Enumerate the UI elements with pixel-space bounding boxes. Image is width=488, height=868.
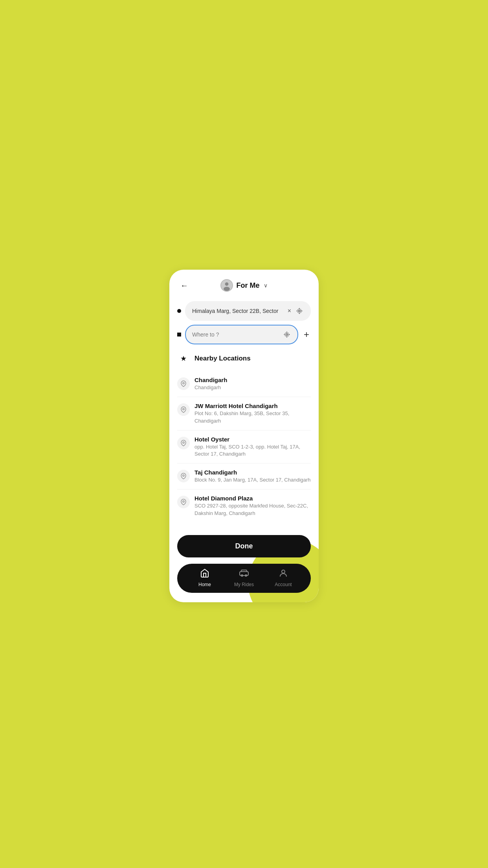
pin-icon (177, 496, 190, 508)
list-item[interactable]: Taj Chandigarh Block No. 9, Jan Marg, 17… (177, 463, 311, 489)
location-info: Hotel Oyster opp. Hotel Taj, SCO 1-2-3, … (194, 436, 311, 458)
svg-point-8 (183, 408, 184, 410)
phone-wrapper: ← For Me ∨ (161, 258, 327, 610)
to-input[interactable] (192, 331, 283, 338)
location-address: SCO 2927-28, opposite Markfed House, Sec… (194, 502, 311, 517)
svg-point-4 (297, 309, 302, 313)
app-card: ← For Me ∨ (169, 270, 319, 602)
nav-account[interactable]: Account (264, 568, 303, 587)
location-address: Plot No: 6, Dakshin Marg, 35B, Sector 35… (194, 410, 311, 424)
avatar (220, 279, 233, 292)
to-input-icons (283, 330, 291, 339)
nav-my-rides[interactable]: My Rides (224, 568, 264, 587)
header-title: For Me (236, 281, 259, 290)
to-square-icon (177, 333, 181, 337)
header: ← For Me ∨ (177, 279, 311, 292)
location-address: opp. Hotel Taj, SCO 1-2-3, opp. Hotel Ta… (194, 443, 311, 458)
pin-icon (177, 470, 190, 482)
clear-from-button[interactable]: × (287, 307, 292, 315)
to-input-row: + (177, 325, 311, 344)
chevron-down-icon[interactable]: ∨ (264, 282, 268, 289)
location-info: Hotel Diamond Plaza SCO 2927-28, opposit… (194, 495, 311, 517)
add-stop-button[interactable]: + (302, 329, 311, 340)
svg-point-9 (183, 441, 184, 443)
location-name: Chandigarh (194, 377, 311, 383)
nearby-section-header: ★ Nearby Locations (177, 352, 311, 365)
svg-point-15 (282, 570, 285, 573)
from-input[interactable] (192, 308, 287, 314)
svg-point-1 (225, 282, 229, 286)
account-icon (279, 568, 288, 580)
card-content: ← For Me ∨ (177, 279, 311, 593)
svg-point-5 (286, 334, 288, 336)
location-info: Taj Chandigarh Block No. 9, Jan Marg, 17… (194, 469, 311, 484)
from-dot-icon (177, 309, 181, 313)
home-icon (200, 568, 209, 580)
location-name: Hotel Oyster (194, 436, 311, 443)
from-input-row: × (177, 301, 311, 321)
nav-account-label: Account (275, 582, 292, 587)
list-item[interactable]: Chandigarh Chandigarh (177, 371, 311, 397)
done-button[interactable]: Done (177, 535, 311, 557)
nav-my-rides-label: My Rides (234, 582, 254, 587)
location-address: Block No. 9, Jan Marg, 17A, Sector 17, C… (194, 476, 311, 484)
svg-point-7 (183, 383, 184, 384)
from-field: × (185, 301, 311, 321)
inputs-section: × (177, 301, 311, 344)
back-button[interactable]: ← (177, 280, 191, 292)
location-name: Taj Chandigarh (194, 469, 311, 476)
location-name: Hotel Diamond Plaza (194, 495, 311, 502)
location-info: Chandigarh Chandigarh (194, 377, 311, 391)
nearby-section-title: Nearby Locations (194, 355, 251, 362)
location-name: JW Marriott Hotel Chandigarh (194, 403, 311, 409)
svg-point-11 (183, 501, 184, 502)
nav-home[interactable]: Home (185, 568, 224, 587)
to-field (185, 325, 298, 344)
svg-point-2 (224, 287, 230, 291)
done-btn-wrapper: Done (177, 535, 311, 557)
location-info: JW Marriott Hotel Chandigarh Plot No: 6,… (194, 403, 311, 424)
location-to-button[interactable] (283, 330, 291, 339)
location-from-button[interactable] (295, 307, 304, 315)
header-center: For Me ∨ (220, 279, 267, 292)
location-list: Chandigarh Chandigarh JW Marriott Hotel … (177, 371, 311, 522)
nav-home-label: Home (198, 582, 211, 587)
my-rides-icon (239, 568, 249, 580)
svg-point-10 (183, 475, 184, 476)
pin-icon (177, 403, 190, 416)
svg-point-3 (299, 310, 301, 312)
list-item[interactable]: Hotel Diamond Plaza SCO 2927-28, opposit… (177, 489, 311, 522)
svg-point-6 (285, 333, 289, 337)
svg-rect-12 (240, 572, 248, 576)
list-item[interactable]: Hotel Oyster opp. Hotel Taj, SCO 1-2-3, … (177, 430, 311, 463)
star-icon: ★ (177, 352, 190, 365)
bottom-nav: Home My Rides (177, 564, 311, 593)
pin-icon (177, 377, 190, 390)
list-item[interactable]: JW Marriott Hotel Chandigarh Plot No: 6,… (177, 397, 311, 430)
pin-icon (177, 437, 190, 449)
location-address: Chandigarh (194, 384, 311, 391)
from-input-icons: × (287, 307, 304, 315)
